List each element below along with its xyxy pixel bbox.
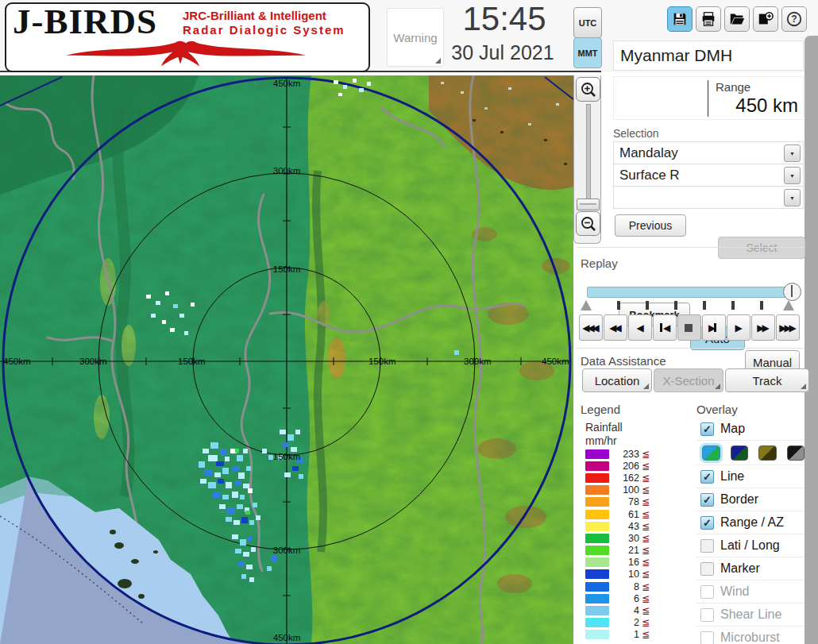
legend-row: 30≦ [585,532,683,544]
legend-color-swatch [585,582,609,592]
legend-unit: mm/hr [585,434,683,448]
timeline-slider-track[interactable] [587,287,797,298]
range-label: Range [716,80,750,94]
step-fwd-button[interactable]: ▶ [702,314,726,341]
map-style-swatch[interactable] [787,445,805,461]
checkbox-range-az[interactable]: ✓ [700,516,714,530]
da-location-button[interactable]: Location [582,368,652,392]
checkbox-line[interactable]: ✓ [700,470,714,484]
selection-dropdown-2[interactable]: ▼ [613,187,804,209]
svg-text:450km: 450km [3,357,31,366]
eagle-icon [14,39,357,67]
legend-color-swatch [585,449,609,459]
zoom-in-button[interactable] [576,77,600,102]
legend-value: 8 [609,581,639,592]
legend-value: 4 [609,605,639,616]
legend-suffix: ≦ [642,593,650,604]
checkbox-map[interactable]: ✓ [700,422,714,436]
checkbox-wind [700,585,714,599]
legend-row: 8≦ [585,580,683,592]
legend-color-swatch [585,606,609,615]
selection-dropdown-1[interactable]: Surface R▼ [613,164,804,187]
play-button[interactable]: ▶ [727,314,750,341]
da-track-button[interactable]: Track [725,368,809,392]
da-x-section-button[interactable]: X-Section [654,368,723,392]
svg-text:450km: 450km [273,79,301,88]
legend-value: 61 [609,509,639,520]
mmt-button[interactable]: MMT [573,37,602,68]
radar-map[interactable]: 450km 300km 150km 150km 300km 450km 450k… [0,75,573,644]
stop-button[interactable] [677,314,701,341]
step-back-button[interactable]: ◀ [653,314,677,341]
chevron-down-icon[interactable]: ▼ [784,145,801,162]
range-box: Range 450 km [613,76,804,120]
svg-text:450km: 450km [542,357,569,366]
select-button[interactable]: Select [718,237,805,259]
add-image-icon [757,10,774,28]
legend-suffix: ≦ [642,472,650,484]
overlay-row-lati-long: Lati / Long [695,534,804,557]
legend-value: 1 [609,629,639,640]
checkbox-lati-long[interactable] [700,539,714,553]
rew1-button[interactable]: ◀ [628,314,652,341]
print-icon [700,10,717,28]
overlay-item-label: Map [720,422,745,436]
svg-text:300km: 300km [273,166,301,175]
rew3-button[interactable]: ◀◀◀ [579,314,603,341]
print-button[interactable] [696,6,721,32]
open-folder-button[interactable] [724,6,750,32]
previous-button[interactable]: Previous [615,214,686,237]
overlay-item-label: Marker [720,561,760,576]
selection-label: Selection [613,127,659,140]
timeline-end-marker [783,300,794,310]
legend-value: 30 [609,533,639,544]
overlay-item-label: Range / AZ [720,515,784,530]
open-folder-icon [728,10,746,28]
legend-suffix: ≦ [642,461,650,472]
zoom-slider-track[interactable] [586,104,591,204]
save-icon [671,10,689,28]
svg-text:150km: 150km [178,357,206,366]
station-name: Myanmar DMH [613,40,804,71]
legend-suffix: ≦ [642,629,650,640]
map-style-swatch[interactable] [758,445,777,461]
zoom-slider-handle[interactable] [577,199,600,210]
rew2-button[interactable]: ◀◀ [604,314,627,341]
legend-color-swatch [585,534,609,543]
chevron-down-icon[interactable]: ▼ [784,189,801,206]
legend-suffix: ≦ [642,509,650,520]
help-button[interactable]: ? [781,6,807,32]
overlay-label: Overlay [696,403,738,416]
fwd3-button[interactable]: ▶▶▶ [776,314,800,341]
legend-value: 16 [609,557,639,568]
legend-value: 2 [609,617,639,628]
legend-value: 6 [609,593,639,604]
legend-suffix: ≦ [642,521,650,532]
checkbox-marker[interactable] [700,562,714,576]
legend-row: 16≦ [585,557,683,569]
svg-text:300km: 300km [464,357,492,366]
map-style-swatch[interactable] [702,445,720,461]
legend-suffix: ≦ [642,569,650,580]
overlay-item-label: Line [720,469,744,484]
checkbox-border[interactable]: ✓ [700,493,714,507]
chevron-down-icon[interactable]: ▼ [784,167,801,184]
overlay-row-map: ✓Map [695,418,804,441]
selection-dropdown-0[interactable]: Mandalay▼ [613,141,804,164]
side-strip [804,36,818,644]
legend-row: 43≦ [585,520,683,532]
add-image-button[interactable] [753,6,778,32]
map-style-swatch[interactable] [731,445,749,461]
utc-button[interactable]: UTC [573,7,602,38]
zoom-out-button[interactable] [576,211,600,236]
legend-row: 4≦ [585,604,683,616]
legend-value: 10 [609,569,639,580]
legend-row: 100≦ [585,484,683,496]
legend-suffix: ≦ [642,484,650,496]
warning-label: Warning [393,31,437,44]
playback-controls: ◀◀◀◀◀◀◀▶▶▶▶▶▶▶ [579,314,800,341]
save-button[interactable] [667,6,693,32]
fwd2-button[interactable]: ▶▶ [751,314,775,341]
legend-row: 162≦ [585,472,683,484]
timeline-slider-handle[interactable] [783,283,801,301]
